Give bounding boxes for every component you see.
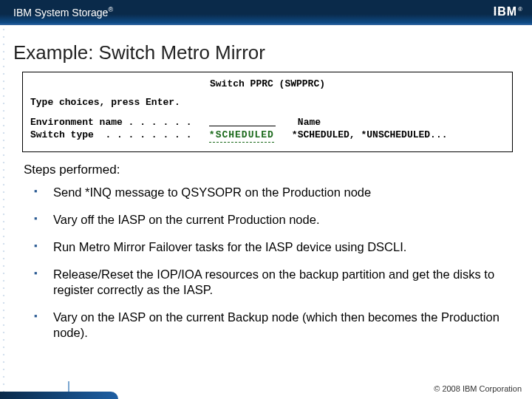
switch-options: *SCHEDULED, *UNSCHEDULED... <box>292 129 448 143</box>
step-text: Vary on the IASP on the current Backup n… <box>53 310 499 339</box>
footer: © 2008 IBM Corporation <box>0 377 532 399</box>
step-text: Release/Reset the IOP/IOA resources on t… <box>53 267 494 296</box>
ibm-logo-text: IBM <box>494 5 517 18</box>
brand-base: IBM System Storage <box>13 6 108 18</box>
env-hint: Name <box>298 117 321 129</box>
list-item: Vary off the IASP on the current Product… <box>34 212 504 228</box>
steps-heading: Steps performed: <box>24 163 519 177</box>
env-field[interactable] <box>209 117 276 126</box>
terminal-title: Switch PPRC (SWPPRC) <box>30 78 505 91</box>
list-item: Release/Reset the IOP/IOA resources on t… <box>34 267 504 298</box>
env-label: Environment name . . . . . . <box>30 117 209 129</box>
list-item: Vary on the IASP on the current Backup n… <box>34 310 504 341</box>
list-item: Run Metro Mirror Failover tasks for the … <box>34 239 504 255</box>
header-bar: IBM System Storage® IBM® <box>0 0 532 25</box>
brand-reg: ® <box>108 6 113 13</box>
copyright-text: © 2008 IBM Corporation <box>434 384 522 393</box>
slide-title: Example: Switch Metro Mirror <box>13 41 519 64</box>
terminal-row-switch: Switch type . . . . . . . . *SCHEDULED *… <box>30 129 505 143</box>
terminal-panel: Switch PPRC (SWPPRC) Type choices, press… <box>22 72 513 152</box>
left-decorative-rail <box>0 25 10 399</box>
list-item: Send *INQ message to QSYSOPR on the Prod… <box>34 185 504 200</box>
footer-accent <box>68 381 69 392</box>
brand-text: IBM System Storage® <box>13 6 113 18</box>
switch-label: Switch type . . . . . . . . <box>30 129 209 143</box>
footer-stripe <box>0 392 118 399</box>
terminal-row-env: Environment name . . . . . . Name <box>30 117 505 129</box>
switch-value[interactable]: *SCHEDULED <box>209 129 274 143</box>
ibm-logo: IBM® <box>494 5 522 18</box>
terminal-prompt: Type choices, press Enter. <box>30 97 505 109</box>
step-text: Vary off the IASP on the current Product… <box>53 213 319 226</box>
steps-list: Send *INQ message to QSYSOPR on the Prod… <box>34 185 504 341</box>
slide: IBM System Storage® IBM® Example: Switch… <box>0 0 532 399</box>
step-text: Send *INQ message to QSYSOPR on the Prod… <box>53 185 371 199</box>
content-area: Example: Switch Metro Mirror Switch PPRC… <box>13 33 519 369</box>
step-text: Run Metro Mirror Failover tasks for the … <box>53 240 406 253</box>
ibm-logo-reg: ® <box>518 6 522 13</box>
